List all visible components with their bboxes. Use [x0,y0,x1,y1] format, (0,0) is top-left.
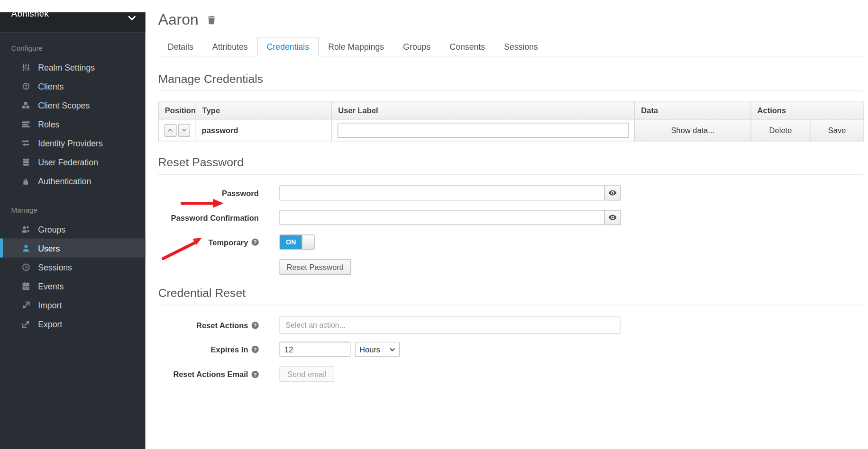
sidebar-item-users[interactable]: Users [0,238,146,257]
toggle-on-label: ON [280,235,302,249]
realm-name: Abhishek [11,9,49,19]
expires-in-input[interactable] [280,342,351,357]
show-data-button[interactable]: Show data... [635,119,751,141]
expires-in-unit-select[interactable]: Hours [355,342,400,357]
credential-reset-title: Credential Reset [158,287,864,305]
exchange-icon [21,139,31,147]
sidebar-item-label: User Federation [38,157,98,167]
tab-attributes[interactable]: Attributes [203,37,257,56]
user-icon [21,244,31,252]
sidebar-section-configure: Configure [0,32,146,57]
sidebar-item-import[interactable]: Import [0,296,146,314]
reset-actions-label: Reset Actions ? [158,321,259,330]
sidebar-item-user-federation[interactable]: User Federation [0,153,146,171]
sidebar-item-label: Authentication [38,176,91,186]
sidebar-item-groups[interactable]: Groups [0,219,146,238]
eye-icon[interactable] [604,185,621,200]
sidebar-item-roles[interactable]: Roles [0,115,146,134]
temporary-label: Temporary ? [158,238,259,247]
sidebar-item-events[interactable]: Events [0,277,146,296]
sidebar-item-sessions[interactable]: Sessions [0,258,146,277]
tab-bar: Details Attributes Credentials Role Mapp… [158,37,864,56]
password-label: Password [158,189,259,198]
sidebar-section-manage: Manage [0,190,146,219]
password-confirmation-input[interactable] [280,210,605,225]
sidebar-item-label: Realm Settings [38,63,95,72]
eye-icon[interactable] [604,210,621,225]
credential-type: password [196,119,331,141]
user-label-input[interactable] [338,123,629,138]
help-icon[interactable]: ? [252,322,259,329]
tab-consents[interactable]: Consents [440,37,494,56]
manage-credentials-title: Manage Credentials [158,72,864,91]
sidebar-item-label: Groups [38,224,65,233]
password-confirmation-label: Password Confirmation [158,213,259,222]
calendar-icon [21,282,31,290]
clock-icon [21,263,31,271]
sidebar-item-authentication[interactable]: Authentication [0,171,146,190]
lock-icon [21,177,31,185]
tab-groups[interactable]: Groups [393,37,440,56]
move-up-button[interactable] [164,124,176,136]
column-actions: Actions [751,102,864,119]
sidebar: Abhishek Configure Realm Settings Client… [0,12,146,449]
column-data: Data [635,102,751,119]
sidebar-item-label: Events [38,281,64,291]
reset-password-button[interactable]: Reset Password [280,259,351,275]
column-user-label: User Label [332,102,635,119]
help-icon[interactable]: ? [252,346,259,353]
sidebar-item-label: Sessions [38,262,72,272]
tab-credentials[interactable]: Credentials [257,37,319,56]
password-input[interactable] [280,185,605,200]
tasks-icon [21,120,31,128]
main-content: Aaron Details Attributes Credentials Rol… [146,12,868,449]
reset-actions-email-label: Reset Actions Email ? [158,370,259,379]
sidebar-item-clients[interactable]: Clients [0,77,146,96]
sidebar-item-label: Clients [38,81,64,91]
sidebar-item-export[interactable]: Export [0,314,146,333]
tab-sessions[interactable]: Sessions [494,37,548,56]
send-email-button[interactable]: Send email [280,366,335,382]
users-icon [21,225,31,233]
trash-icon[interactable] [207,15,216,25]
sliders-icon [21,63,31,72]
unit-select-value: Hours [359,345,380,354]
page-title: Aaron [158,12,199,27]
table-header-row: Position Type User Label Data Actions [158,102,864,119]
column-position: Position [158,102,196,119]
sidebar-item-label: Export [38,319,62,329]
cubes-icon [21,101,31,109]
reset-actions-placeholder: Select an action... [285,321,346,330]
column-type: Type [196,102,331,119]
tab-details[interactable]: Details [158,37,203,56]
save-button[interactable]: Save [810,119,864,141]
realm-selector[interactable]: Abhishek [0,12,146,32]
sidebar-item-label: Import [38,300,62,310]
app-viewport: Abhishek Configure Realm Settings Client… [0,12,868,449]
reset-password-title: Reset Password [158,156,864,175]
sidebar-item-identity-providers[interactable]: Identity Providers [0,134,146,153]
toggle-handle [302,235,314,249]
import-icon [21,301,31,309]
sidebar-item-client-scopes[interactable]: Client Scopes [0,96,146,115]
export-icon [21,320,31,328]
credentials-table: Position Type User Label Data Actions [158,102,864,142]
chevron-down-icon [128,13,136,23]
database-icon [21,158,31,166]
sidebar-item-realm-settings[interactable]: Realm Settings [0,57,146,76]
sidebar-item-label: Client Scopes [38,100,90,110]
tab-role-mappings[interactable]: Role Mappings [319,37,393,56]
credential-row: password Show data... Delete Save [158,119,864,141]
sidebar-item-label: Identity Providers [38,138,103,148]
temporary-toggle[interactable]: ON [280,234,315,250]
move-down-button[interactable] [178,124,190,136]
cube-icon [21,82,31,90]
delete-button[interactable]: Delete [751,119,810,141]
sidebar-item-label: Roles [38,119,59,129]
help-icon[interactable]: ? [252,370,259,377]
help-icon[interactable]: ? [252,238,259,245]
sidebar-item-label: Users [38,243,60,253]
expires-in-label: Expires In ? [158,345,259,354]
chevron-down-icon [390,348,395,351]
reset-actions-select[interactable]: Select an action... [280,317,621,334]
